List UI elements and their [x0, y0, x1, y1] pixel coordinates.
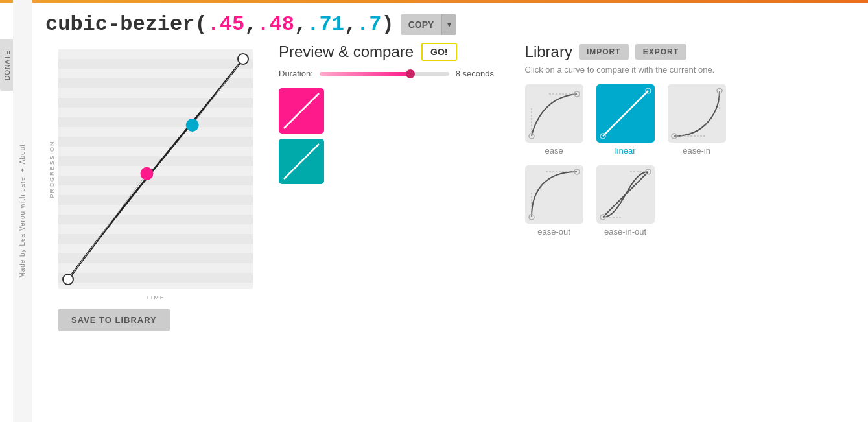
formula-display: cubic-bezier(.45,.48,.71,.7) — [45, 12, 394, 36]
formula-c3: , — [344, 12, 357, 36]
preview-title: Preview & compare — [279, 43, 414, 61]
curve-svg-ease-in-out — [596, 165, 655, 224]
bezier-canvas[interactable] — [58, 49, 253, 289]
copy-button[interactable]: COPY ▾ — [401, 14, 457, 35]
formula-c1: , — [244, 12, 257, 36]
control-point-2 — [186, 119, 199, 132]
svg-line-11 — [603, 91, 648, 136]
axis-y-label: PROGRESSION — [49, 140, 55, 198]
curve-label-ease-in: ease-in — [683, 146, 710, 156]
curve-thumb-ease-out — [525, 165, 583, 224]
preview-box-pink — [279, 88, 324, 134]
library-title: Library — [525, 43, 572, 61]
curve-svg-linear — [596, 84, 655, 143]
import-button[interactable]: IMPORT — [579, 44, 629, 60]
curve-item-ease-in-out[interactable]: ease-in-out — [596, 165, 655, 237]
curve-svg-ease-out — [525, 165, 583, 224]
about-text: Made by Lea Verou with care ✦ About — [19, 144, 26, 278]
curve-label-ease-out: ease-out — [537, 227, 570, 237]
preview-boxes — [279, 88, 499, 184]
body-layout: PROGRESSION — [32, 43, 868, 331]
donate-label: DONATE — [4, 50, 11, 80]
param4: .7 — [357, 12, 381, 36]
curve-thumb-ease-in-out — [596, 165, 655, 224]
preview-line-pink — [279, 88, 324, 134]
curve-label-ease-in-out: ease-in-out — [604, 227, 646, 237]
param1: .45 — [207, 12, 245, 36]
library-header: Library IMPORT EXPORT — [525, 43, 855, 61]
curve-thumb-ease — [525, 84, 583, 143]
export-button[interactable]: EXPORT — [635, 44, 686, 60]
duration-thumb[interactable] — [406, 69, 415, 78]
curve-item-ease-out[interactable]: ease-out — [525, 165, 583, 237]
axis-x-label: TIME — [146, 294, 165, 301]
header: cubic-bezier(.45,.48,.71,.7) COPY ▾ — [32, 3, 868, 43]
svg-line-5 — [284, 93, 319, 128]
preview-header: Preview & compare GO! — [279, 43, 499, 61]
about-sidebar: Made by Lea Verou with care ✦ About — [13, 0, 32, 422]
curve-label-linear: linear — [615, 146, 636, 156]
preview-line-teal — [279, 139, 324, 184]
curve-svg-ease — [525, 84, 583, 143]
donate-tab[interactable]: DONATE — [0, 39, 14, 91]
library-subtitle: Click on a curve to compare it with the … — [525, 65, 855, 75]
curve-thumb-ease-in — [668, 84, 726, 143]
main-content: cubic-bezier(.45,.48,.71,.7) COPY ▾ PROG… — [32, 3, 868, 422]
copy-label: COPY — [401, 19, 442, 30]
formula-c2: , — [294, 12, 307, 36]
curve-item-ease[interactable]: ease — [525, 84, 583, 156]
formula-prefix: cubic-bezier( — [45, 12, 207, 36]
duration-row: Duration: 8 seconds — [279, 69, 499, 78]
end-point — [238, 54, 248, 64]
start-point — [63, 274, 73, 285]
preview-box-teal — [279, 139, 324, 184]
curve-thumb-linear — [596, 84, 655, 143]
param3: .71 — [307, 12, 344, 36]
curve-item-linear[interactable]: linear — [596, 84, 655, 156]
preview-area: Preview & compare GO! Duration: 8 second… — [279, 43, 499, 331]
bezier-area: PROGRESSION — [45, 43, 253, 331]
duration-slider[interactable] — [320, 72, 449, 76]
duration-value: 8 seconds — [456, 69, 494, 78]
library-grid: ease linear — [525, 84, 855, 237]
go-button[interactable]: GO! — [421, 43, 456, 61]
copy-arrow: ▾ — [441, 14, 456, 35]
curve-label-ease: ease — [545, 146, 563, 156]
library-area: Library IMPORT EXPORT Click on a curve t… — [525, 43, 855, 331]
canvas-container: PROGRESSION — [58, 49, 253, 289]
formula-suffix: ) — [381, 12, 393, 36]
curve-svg-ease-in — [668, 84, 726, 143]
save-to-library-button[interactable]: SAVE TO LIBRARY — [58, 309, 170, 331]
svg-line-6 — [284, 144, 319, 179]
duration-label: Duration: — [279, 69, 313, 78]
control-point-1 — [141, 167, 154, 180]
curve-item-ease-in[interactable]: ease-in — [668, 84, 726, 156]
param2: .48 — [257, 12, 294, 36]
